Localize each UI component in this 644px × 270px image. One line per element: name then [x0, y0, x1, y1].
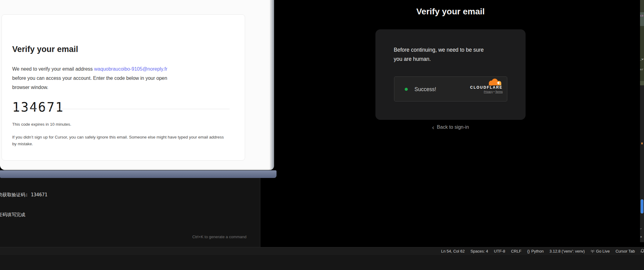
desktop: Verify your email We need to verify your… [0, 0, 644, 270]
verification-code: 134671 [12, 100, 64, 115]
editor-status-bar: Ln 54, Col 62 Spaces: 4 UTF-8 CRLF {} Py… [0, 247, 644, 255]
status-eol[interactable]: CRLF [511, 249, 521, 253]
close-icon[interactable]: × [640, 235, 642, 239]
go-live-label: Go Live [596, 249, 610, 253]
divider [12, 109, 230, 109]
language-label: Python [531, 249, 544, 253]
windows-taskbar: ⚙ S 1:43 PM 2/12/ [0, 255, 644, 270]
minimap-marker [641, 142, 643, 144]
terminal-line [0, 231, 59, 238]
disclaimer-text: If you didn’t sign up for Cursor, you ca… [12, 134, 228, 147]
prompt-line-1: Before continuing, we need to be sure [394, 45, 513, 54]
privacy-link[interactable]: Privacy [484, 90, 493, 93]
status-cursor-tab[interactable]: Cursor Tab [616, 249, 635, 253]
background-window-bar [0, 170, 277, 178]
status-python-interpreter[interactable]: 3.12.8 ('venv': venv) [549, 249, 585, 253]
braces-icon: {} [527, 249, 530, 253]
back-to-signin-link[interactable]: ‹ Back to sign-in [408, 124, 493, 130]
notifications-bell-icon[interactable] [640, 249, 644, 253]
legal-separator: • [494, 90, 494, 93]
terms-link[interactable]: Terms [495, 90, 503, 93]
cloudflare-turnstile-widget[interactable]: Success! CLOUDFLARE Privacy • Terms [394, 76, 507, 102]
terminal-output: 功获取验证码: 134671 证码填写完成 在处理 Turnstile 验证..… [0, 179, 59, 247]
blue-button-edge[interactable] [641, 199, 643, 213]
back-to-signin-label: Back to sign-in [437, 124, 469, 130]
minimap-segment [640, 26, 644, 81]
minimap-segment [640, 81, 644, 85]
email-window: Verify your email We need to verify your… [0, 0, 274, 170]
expiry-note: This code expires in 10 minutes. [12, 122, 71, 127]
status-go-live[interactable]: Go Live [591, 249, 610, 253]
window-edge [270, 0, 274, 170]
cloudflare-cloud-icon [487, 79, 503, 86]
email-body-prefix: We need to verify your email address [12, 66, 94, 72]
human-check-prompt: Before continuing, we need to be sure yo… [394, 45, 513, 64]
turnstile-status: Success! [414, 86, 436, 93]
minimap-segment [640, 0, 644, 12]
status-language[interactable]: {} Python [527, 249, 544, 253]
email-card: Verify your email We need to verify your… [2, 14, 245, 161]
prompt-line-2: you are human. [394, 54, 513, 64]
cloudflare-wordmark: CLOUDFLARE [469, 85, 503, 90]
success-dot-icon [405, 88, 408, 91]
offscreen-window-edge[interactable]: co _w er ↵ × [640, 0, 644, 242]
broadcast-icon [591, 249, 595, 253]
verify-page-title: Verify your email [383, 7, 518, 17]
status-indentation[interactable]: Spaces: 4 [471, 249, 488, 253]
status-cursor-position[interactable]: Ln 54, Col 62 [441, 249, 465, 253]
status-encoding[interactable]: UTF-8 [494, 249, 505, 253]
terminal-ctrlk-hint: Ctrl+K to generate a command [192, 235, 246, 239]
email-body-suffix: before you can access your account. Ente… [12, 76, 167, 90]
code-fragment: _w [640, 57, 643, 61]
human-check-card: Before continuing, we need to be sure yo… [375, 29, 526, 120]
terminal-line: 证码填写完成 [0, 212, 59, 218]
email-address-link[interactable]: waquobraucoibo-9105@noreply.fr [94, 66, 167, 72]
chevron-left-icon: ‹ [432, 124, 434, 130]
email-title: Verify your email [12, 45, 78, 54]
cloudflare-branding: CLOUDFLARE Privacy • Terms [469, 79, 503, 93]
terminal-line: 功获取验证码: 134671 [0, 192, 59, 198]
code-fragment: co [640, 14, 643, 17]
return-glyph: ↵ [640, 227, 642, 230]
turnstile-legal-links: Privacy • Terms [469, 90, 503, 93]
code-fragment: er [640, 68, 643, 71]
email-body: We need to verify your email address waq… [12, 65, 173, 92]
